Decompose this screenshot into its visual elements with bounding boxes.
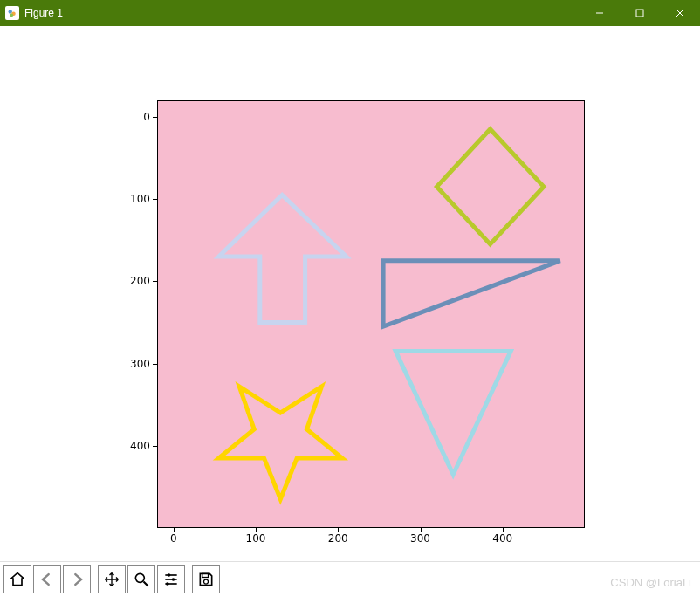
back-button[interactable]	[33, 565, 61, 593]
y-tick-label: 300	[115, 358, 150, 370]
watermark: CSDN @LoriaLi	[610, 576, 691, 589]
x-tick-label: 100	[238, 532, 273, 545]
axes: 0 100 200 300 400 0 100 200 300 400	[157, 100, 585, 528]
plot-shapes	[157, 100, 585, 528]
app-icon	[5, 6, 19, 20]
close-button[interactable]	[660, 0, 700, 26]
svg-point-12	[172, 578, 175, 581]
arrow-down-shape	[219, 195, 347, 322]
figure-canvas[interactable]: 0 100 200 300 400 0 100 200 300 400	[0, 26, 700, 561]
window-titlebar: Figure 1	[0, 0, 700, 26]
star-shape	[219, 387, 342, 499]
x-tick-label: 300	[403, 532, 438, 545]
svg-rect-15	[202, 573, 209, 577]
svg-point-10	[168, 573, 171, 577]
x-tick-label: 200	[320, 532, 355, 545]
y-tick-label: 0	[115, 111, 150, 123]
x-tick-label: 400	[485, 532, 520, 545]
maximize-button[interactable]	[620, 0, 660, 26]
svg-rect-4	[636, 10, 643, 17]
x-tick-label: 0	[156, 532, 191, 545]
minimize-button[interactable]	[580, 0, 620, 26]
diamond-shape	[436, 129, 544, 244]
svg-point-7	[135, 573, 144, 582]
triangle-isoceles-shape	[395, 351, 511, 474]
window-title: Figure 1	[24, 7, 63, 19]
home-button[interactable]	[3, 565, 31, 593]
zoom-button[interactable]	[127, 565, 155, 593]
svg-point-16	[204, 579, 209, 584]
svg-line-8	[144, 581, 148, 586]
svg-point-0	[9, 10, 13, 14]
forward-button[interactable]	[63, 565, 91, 593]
matplotlib-toolbar: CSDN @LoriaLi	[0, 561, 700, 596]
svg-point-2	[10, 13, 13, 17]
y-tick-label: 400	[115, 440, 150, 452]
triangle-right-shape	[383, 261, 560, 326]
y-tick-label: 200	[115, 275, 150, 287]
pan-button[interactable]	[98, 565, 126, 593]
configure-button[interactable]	[157, 565, 185, 593]
save-button[interactable]	[192, 565, 220, 593]
svg-point-14	[166, 582, 169, 586]
y-tick-label: 100	[115, 193, 150, 205]
